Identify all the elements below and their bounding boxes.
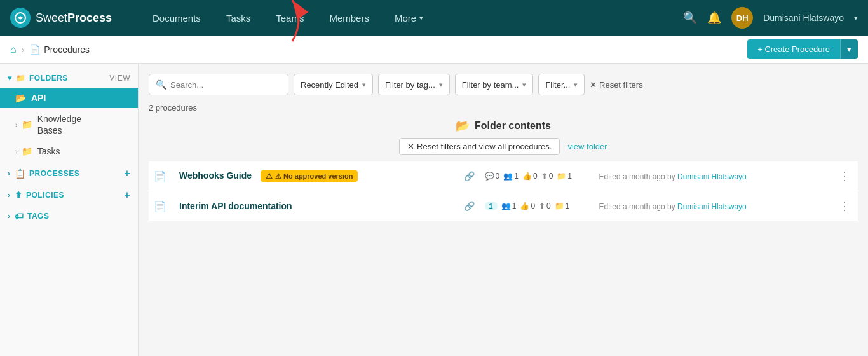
folders-group: 📁 1 [557, 172, 572, 181]
folders-toggle-icon[interactable]: ▾ [8, 74, 12, 83]
toolbar: 🔍 Recently Edited ▾ Filter by tag... ▾ F… [149, 74, 858, 95]
sidebar-tasks-label: Tasks [37, 146, 60, 156]
folder-meta-icon: 📁 [557, 172, 566, 181]
approval-icon: 👍 [520, 202, 529, 210]
sidebar-kb-label: KnowledgeBases [37, 113, 81, 136]
user-name[interactable]: Dumisani Hlatswayo [763, 13, 844, 23]
edit-info: Edited a month ago by Dumisani Hlatswayo [599, 172, 747, 181]
copy-link-icon[interactable]: 🔗 [464, 171, 475, 181]
policies-icon: ⬆ [15, 190, 23, 200]
procedure-name-link[interactable]: Interim API documentation [179, 201, 292, 211]
create-procedure-button[interactable]: + Create Procedure [747, 39, 840, 59]
tasks-chevron-icon: › [15, 147, 18, 155]
add-policy-button[interactable]: + [124, 189, 130, 201]
breadcrumb-separator: › [22, 44, 25, 55]
copy-link-icon[interactable]: 🔗 [464, 201, 475, 211]
nav-documents[interactable]: Documents [140, 0, 214, 36]
home-icon[interactable]: ⌂ [10, 44, 17, 55]
procedures-count: 2 procedures [149, 103, 858, 113]
nav-tasks[interactable]: Tasks [214, 0, 263, 36]
nav-teams[interactable]: Teams [263, 0, 316, 36]
folder-open-icon: 📂 [456, 119, 470, 133]
filter-team-chevron-icon: ▾ [522, 81, 526, 89]
sidebar: ▾ 📁 FOLDERS VIEW 📂 API › 📁 KnowledgeBase… [0, 64, 139, 356]
tags-badge: 1 [485, 202, 498, 210]
procedures-table: 📄 Webhooks Guide ⚠ ⚠ No approved version… [149, 161, 858, 221]
procedure-doc-icon: 📄 [154, 201, 169, 212]
filter-tag-chevron-icon: ▾ [439, 81, 443, 89]
add-process-button[interactable]: + [124, 168, 130, 179]
kb-chevron-icon: › [15, 121, 18, 128]
logo-icon [10, 8, 31, 28]
user-dropdown-icon[interactable]: ▾ [854, 14, 858, 22]
teams-group: 👥 1 [503, 172, 519, 181]
sidebar-item-tasks[interactable]: › 📁 Tasks [0, 141, 138, 161]
edit-user-link[interactable]: Dumisani Hlatswayo [677, 202, 747, 211]
no-approved-version-badge: ⚠ ⚠ No approved version [261, 170, 358, 182]
tags-toggle-icon[interactable]: › [8, 212, 11, 221]
procedure-name-link[interactable]: Webhooks Guide [179, 170, 252, 181]
breadcrumb-bar: ⌂ › 📄 Procedures + Create Procedure ▾ [0, 36, 868, 64]
more-chevron-icon: ▾ [419, 14, 423, 22]
kb-folder-icon: 📁 [22, 120, 32, 130]
team-icon: 👥 [503, 172, 513, 181]
table-row: 📄 Webhooks Guide ⚠ ⚠ No approved version… [149, 161, 858, 191]
avatar: DH [731, 7, 753, 29]
sidebar-processes-section[interactable]: › 📋 PROCESSES + [0, 161, 138, 183]
processes-icon: 📋 [15, 168, 26, 179]
tags-group: 1 [485, 202, 498, 210]
recently-edited-chevron-icon: ▾ [362, 81, 366, 89]
sidebar-item-knowledge-bases[interactable]: › 📁 KnowledgeBases [0, 108, 138, 141]
steps-group: ⬆ 0 [539, 202, 551, 210]
sidebar-folders-header: ▾ 📁 FOLDERS VIEW [0, 69, 138, 88]
api-folder-icon: 📂 [15, 93, 26, 103]
nav-right-section: 🔍 🔔 DH Dumisani Hlatswayo ▾ [683, 7, 858, 29]
page-doc-icon: 📄 [29, 44, 40, 55]
create-procedure-dropdown-button[interactable]: ▾ [840, 39, 858, 59]
sidebar-item-api[interactable]: 📂 API [0, 88, 138, 108]
team-icon: 👥 [501, 202, 511, 210]
filter-by-tag[interactable]: Filter by tag... ▾ [378, 74, 450, 95]
folder-actions: ✕ Reset filters and view all procedures.… [149, 138, 858, 155]
comment-icon: 💬 [485, 172, 494, 181]
procedure-meta: 💬 0 👥 1 👍 0 [485, 172, 589, 181]
sidebar-api-label: API [31, 93, 46, 103]
folder-title: 📂 Folder contents [456, 119, 551, 133]
row-options-button[interactable]: ⋮ [836, 170, 853, 182]
filter-by-team[interactable]: Filter by team... ▾ [455, 74, 534, 95]
step-icon: ⬆ [541, 172, 548, 181]
logo[interactable]: SweetProcess [10, 8, 125, 28]
procedure-doc-icon: 📄 [154, 171, 169, 182]
search-input[interactable] [170, 80, 281, 90]
nav-more[interactable]: More ▾ [382, 0, 436, 36]
warning-icon: ⚠ [266, 172, 273, 181]
search-box[interactable]: 🔍 [149, 74, 288, 95]
top-navigation: SweetProcess Documents Tasks Teams Membe… [0, 0, 868, 36]
folder-meta-icon: 📁 [555, 202, 564, 210]
processes-toggle-icon[interactable]: › [8, 169, 11, 178]
reset-view-button[interactable]: ✕ Reset filters and view all procedures. [399, 138, 560, 155]
edit-info: Edited a month ago by Dumisani Hlatswayo [599, 202, 747, 211]
policies-toggle-icon[interactable]: › [8, 191, 11, 200]
search-icon[interactable]: 🔍 [683, 11, 697, 25]
step-icon: ⬆ [539, 202, 545, 210]
folder-banner: 📂 Folder contents ✕ Reset filters and vi… [149, 119, 858, 155]
sidebar-view-link[interactable]: VIEW [109, 74, 130, 83]
comments-group: 💬 0 [485, 172, 500, 181]
view-folder-link[interactable]: view folder [567, 142, 607, 151]
edit-user-link[interactable]: Dumisani Hlatswayo [677, 172, 747, 181]
filter-general[interactable]: Filter... ▾ [538, 74, 585, 95]
row-options-button[interactable]: ⋮ [836, 200, 853, 212]
recently-edited-filter[interactable]: Recently Edited ▾ [294, 74, 373, 95]
reset-filters-button[interactable]: ✕ Reset filters [590, 80, 642, 90]
sidebar-policies-section[interactable]: › ⬆ POLICIES + [0, 183, 138, 205]
approval-icon: 👍 [522, 172, 532, 181]
sidebar-tags-section[interactable]: › 🏷 TAGS [0, 205, 138, 225]
steps-group: ⬆ 0 [541, 172, 553, 181]
teams-group: 👥 1 [501, 202, 517, 210]
notifications-icon[interactable]: 🔔 [707, 11, 721, 25]
tags-icon: 🏷 [15, 211, 24, 221]
procedure-meta: 1 👥 1 👍 0 ⬆ [485, 202, 589, 210]
tasks-folder-icon: 📁 [22, 146, 32, 156]
nav-members[interactable]: Members [316, 0, 382, 36]
